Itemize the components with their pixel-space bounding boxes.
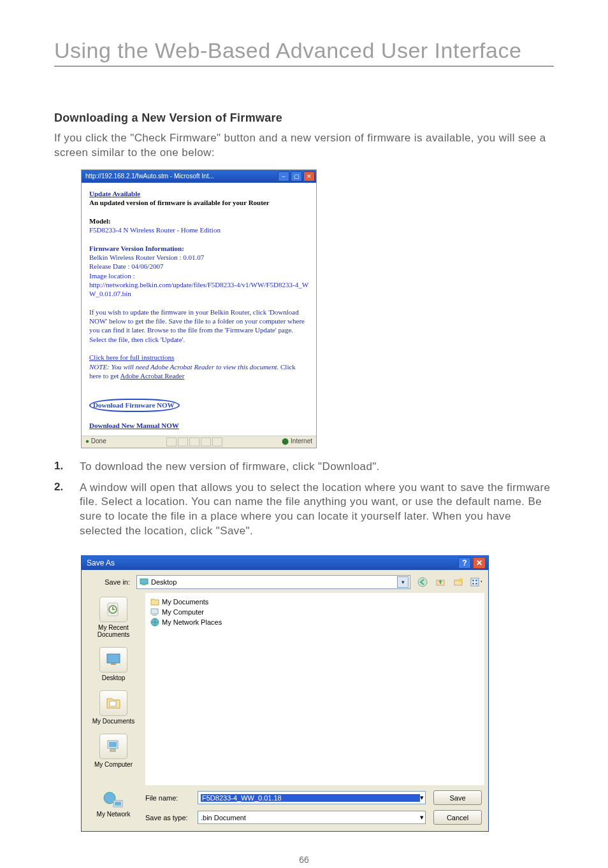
file-item: My Documents — [150, 597, 479, 607]
minimize-icon: – — [278, 171, 289, 181]
svg-rect-9 — [472, 583, 474, 585]
svg-point-2 — [418, 578, 427, 587]
titlebar-text: http://192.168.2.1/fwAuto.stm - Microsof… — [85, 173, 278, 180]
file-item: My Computer — [150, 607, 479, 617]
fvi-heading: Firmware Version Information: — [89, 244, 308, 253]
place-mycomputer: My Computer — [82, 734, 145, 768]
svg-rect-10 — [475, 583, 477, 585]
place-mydocs: My Documents — [82, 690, 145, 725]
recent-docs-icon — [105, 601, 122, 618]
step-number-2: 2. — [54, 481, 68, 539]
intro-paragraph: If you click the "Check Firmware" button… — [54, 131, 554, 160]
window-titlebar: http://192.168.2.1/fwAuto.stm - Microsof… — [82, 170, 316, 183]
download-firmware-link: Download Firmware NOW — [89, 399, 180, 412]
page-number: 66 — [54, 855, 554, 865]
section-heading: Downloading a New Version of Firmware — [54, 111, 554, 125]
place-mynetwork: My Network — [97, 790, 131, 818]
file-list-area: My Documents My Computer My Network Plac… — [145, 593, 484, 785]
desktop-icon — [140, 578, 148, 587]
views-icon — [470, 576, 482, 588]
new-folder-icon — [452, 576, 464, 588]
savetype-label: Save as type: — [145, 814, 190, 822]
status-done: ● Done — [85, 438, 106, 446]
close-icon: ✕ — [303, 171, 315, 181]
step-2-text: A window will open that allows you to se… — [80, 481, 554, 539]
maximize-icon: ▢ — [291, 171, 302, 181]
svg-rect-17 — [109, 742, 117, 747]
svg-rect-20 — [152, 615, 157, 616]
savein-dropdown: Desktop ▾ — [136, 575, 410, 589]
svg-rect-1 — [142, 584, 146, 585]
filename-field: F5D8233-4_WW_0.01.18 ▾ — [198, 791, 426, 804]
model-label: Model: — [89, 217, 308, 225]
network-places-icon — [150, 618, 159, 627]
svg-rect-8 — [475, 580, 477, 581]
header-divider — [54, 66, 554, 67]
chevron-down-icon: ▾ — [420, 813, 424, 822]
mynetwork-icon — [102, 790, 125, 809]
svg-rect-15 — [110, 701, 116, 706]
filename-label: File name: — [145, 794, 190, 802]
click-here-link: Click here for full instructions — [89, 353, 174, 361]
svg-rect-24 — [115, 802, 121, 806]
cancel-button: Cancel — [433, 810, 482, 825]
step-number-1: 1. — [54, 460, 68, 474]
savein-label: Save in: — [88, 578, 130, 586]
svg-rect-6 — [471, 578, 479, 586]
chevron-down-icon: ▾ — [420, 793, 424, 802]
savetype-field: .bin Document ▾ — [198, 811, 426, 824]
firmware-popup-screenshot: http://192.168.2.1/fwAuto.stm - Microsof… — [81, 169, 317, 448]
svg-rect-13 — [107, 654, 120, 663]
svg-rect-7 — [472, 580, 474, 581]
savein-value: Desktop — [151, 578, 394, 586]
up-folder-icon — [435, 576, 446, 588]
svg-rect-14 — [111, 663, 116, 665]
folder-docs-icon — [150, 597, 159, 606]
place-recent: My Recent Documents — [82, 597, 145, 638]
fvi-version: Belkin Wireless Router Version : 0.01.07 — [89, 253, 308, 262]
update-available-sub: An updated version of firmware is availa… — [89, 198, 308, 207]
saveas-titlebar: Save As ? ✕ — [82, 556, 488, 570]
svg-rect-19 — [151, 609, 158, 614]
step-1-text: To download the new version of firmware,… — [80, 460, 380, 474]
desktop-place-icon — [105, 651, 122, 668]
close-icon: ✕ — [473, 557, 486, 569]
mycomputer-icon — [150, 608, 159, 616]
filename-value: F5D8233-4_WW_0.01.18 — [201, 794, 420, 802]
place-desktop: Desktop — [82, 647, 145, 681]
file-item: My Network Places — [150, 617, 479, 627]
page-title: Using the Web-Based Advanced User Interf… — [54, 38, 554, 63]
status-zone: ⬤ Internet — [282, 438, 312, 446]
fvi-release: Release Date : 04/06/2007 — [89, 262, 308, 271]
saveas-title-text: Save As — [87, 559, 458, 567]
svg-rect-0 — [140, 579, 148, 584]
chevron-down-icon: ▾ — [397, 576, 409, 588]
savetype-value: .bin Document — [201, 814, 420, 822]
help-icon: ? — [458, 557, 471, 569]
mydocs-place-icon — [105, 695, 122, 711]
statusbar: ● Done ⬤ Internet — [82, 436, 316, 448]
fvi-imgloc: Image location : — [89, 271, 308, 280]
download-manual-link: Download New Manual NOW — [89, 422, 179, 429]
adobe-reader-link: Adobe Acrobat Reader — [120, 372, 185, 380]
update-available-heading: Update Available — [89, 190, 140, 197]
save-button: Save — [433, 790, 482, 805]
fvi-url: http://networking.belkin.com/update/file… — [89, 280, 308, 299]
svg-point-5 — [459, 578, 463, 582]
model-value: F5D8233-4 N Wireless Router - Home Editi… — [89, 225, 308, 234]
svg-rect-18 — [110, 749, 115, 751]
back-icon — [417, 576, 428, 588]
note-text: NOTE: You will need Adobe Acrobat Reader… — [89, 363, 279, 371]
save-as-dialog-screenshot: Save As ? ✕ Save in: Desktop ▾ — [81, 555, 489, 832]
fvi-guide: If you wish to update the firmware in yo… — [89, 308, 308, 344]
mycomputer-place-icon — [105, 738, 122, 755]
